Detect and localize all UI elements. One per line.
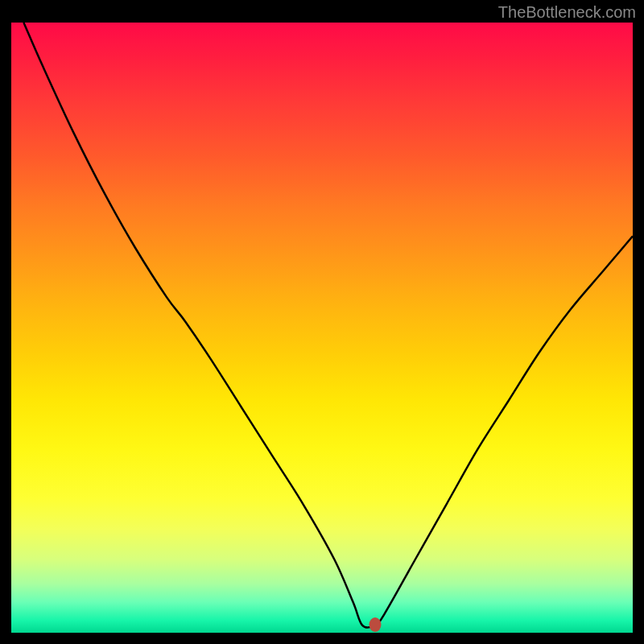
plot-area xyxy=(11,23,633,633)
attribution-text: TheBottleneck.com xyxy=(498,3,636,22)
gradient-background xyxy=(11,23,633,633)
minimum-marker xyxy=(369,617,382,632)
